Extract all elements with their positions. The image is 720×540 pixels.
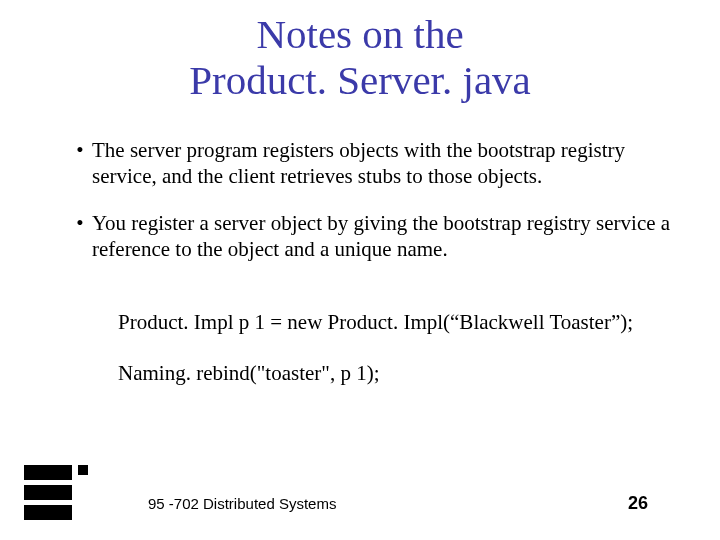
- title-line-1: Notes on the: [256, 11, 463, 57]
- slide-title: Notes on the Product. Server. java: [0, 0, 720, 104]
- logo-icon: [24, 465, 94, 520]
- svg-rect-0: [24, 465, 72, 480]
- svg-rect-1: [24, 485, 72, 500]
- bullet-item: • The server program registers objects w…: [72, 138, 680, 189]
- slide-body: • The server program registers objects w…: [72, 138, 680, 412]
- slide: Notes on the Product. Server. java • The…: [0, 0, 720, 540]
- title-line-2: Product. Server. java: [189, 57, 531, 103]
- code-line: Naming. rebind("toaster", p 1);: [118, 361, 680, 387]
- svg-rect-2: [24, 505, 72, 520]
- bullet-item: • You register a server object by giving…: [72, 211, 680, 262]
- code-block: Product. Impl p 1 = new Product. Impl(“B…: [118, 284, 680, 412]
- bullet-text: You register a server object by giving t…: [92, 211, 680, 262]
- bullet-text: The server program registers objects wit…: [92, 138, 680, 189]
- footer-course: 95 -702 Distributed Systems: [148, 495, 336, 512]
- page-number: 26: [628, 493, 648, 514]
- svg-rect-3: [78, 465, 88, 475]
- bullet-dot-icon: •: [72, 211, 88, 262]
- bullet-dot-icon: •: [72, 138, 88, 189]
- code-line: Product. Impl p 1 = new Product. Impl(“B…: [118, 310, 680, 336]
